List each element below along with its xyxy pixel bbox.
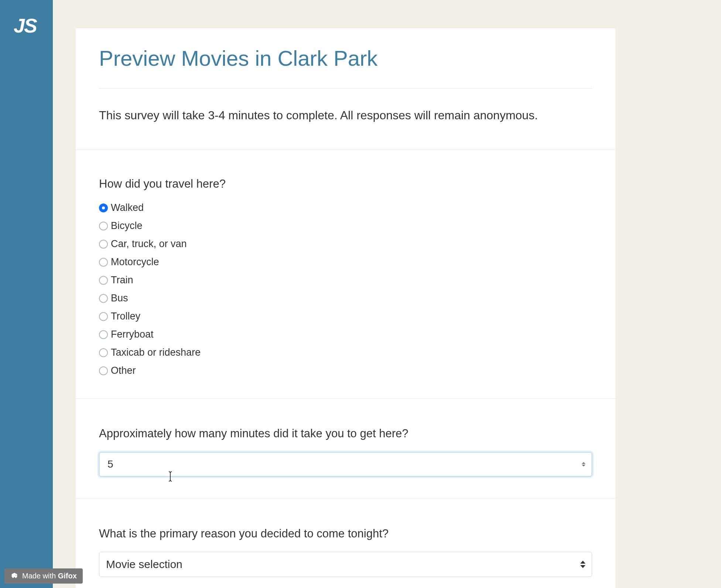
radio-label: Motorcycle xyxy=(111,256,159,268)
radio-option-train[interactable]: Train xyxy=(99,274,592,286)
survey-intro: This survey will take 3-4 minutes to com… xyxy=(99,107,592,124)
sidebar: JS xyxy=(0,0,53,588)
number-input-wrapper xyxy=(99,452,592,476)
radio-label: Taxicab or rideshare xyxy=(111,347,201,358)
title-divider xyxy=(99,88,592,89)
fox-icon xyxy=(10,572,18,580)
question-label: How did you travel here? xyxy=(99,176,592,192)
survey-title: Preview Movies in Clark Park xyxy=(99,46,592,71)
radio-input[interactable] xyxy=(99,348,108,357)
radio-input[interactable] xyxy=(99,222,108,230)
radio-label: Bus xyxy=(111,293,128,304)
radio-input[interactable] xyxy=(99,258,108,267)
radio-input[interactable] xyxy=(99,276,108,285)
radio-option-car[interactable]: Car, truck, or van xyxy=(99,238,592,250)
radio-option-trolley[interactable]: Trolley xyxy=(99,311,592,322)
radio-label: Train xyxy=(111,274,133,286)
radio-option-taxicab[interactable]: Taxicab or rideshare xyxy=(99,347,592,358)
radio-label: Ferryboat xyxy=(111,329,154,340)
radio-input[interactable] xyxy=(99,240,108,249)
logo: JS xyxy=(0,0,53,37)
radio-input[interactable] xyxy=(99,204,108,212)
radio-label: Car, truck, or van xyxy=(111,238,187,250)
select-wrapper: Movie selection xyxy=(99,552,592,577)
radio-label: Trolley xyxy=(111,311,140,322)
question-label: Approximately how many minutes did it ta… xyxy=(99,425,592,441)
radio-option-ferryboat[interactable]: Ferryboat xyxy=(99,329,592,340)
question-minutes: Approximately how many minutes did it ta… xyxy=(75,399,616,499)
gifox-text: Made with Gifox xyxy=(22,572,77,580)
question-reason: What is the primary reason you decided t… xyxy=(75,499,616,577)
radio-input[interactable] xyxy=(99,330,108,339)
radio-option-bicycle[interactable]: Bicycle xyxy=(99,220,592,232)
radio-label: Walked xyxy=(111,202,144,213)
question-label: What is the primary reason you decided t… xyxy=(99,526,592,541)
radio-option-walked[interactable]: Walked xyxy=(99,202,592,213)
radio-group-travel: Walked Bicycle Car, truck, or van Motorc… xyxy=(99,202,592,376)
radio-input[interactable] xyxy=(99,294,108,303)
radio-option-bus[interactable]: Bus xyxy=(99,293,592,304)
gifox-badge[interactable]: Made with Gifox xyxy=(4,568,83,584)
radio-input[interactable] xyxy=(99,366,108,375)
reason-select[interactable]: Movie selection xyxy=(99,552,592,577)
radio-label: Bicycle xyxy=(111,220,143,232)
radio-option-other[interactable]: Other xyxy=(99,365,592,376)
radio-input[interactable] xyxy=(99,312,108,321)
survey-card: Preview Movies in Clark Park This survey… xyxy=(75,28,616,588)
radio-option-motorcycle[interactable]: Motorcycle xyxy=(99,256,592,268)
survey-header: Preview Movies in Clark Park This survey… xyxy=(75,28,616,150)
minutes-input[interactable] xyxy=(99,452,592,476)
radio-label: Other xyxy=(111,365,136,376)
question-travel: How did you travel here? Walked Bicycle … xyxy=(75,150,616,399)
